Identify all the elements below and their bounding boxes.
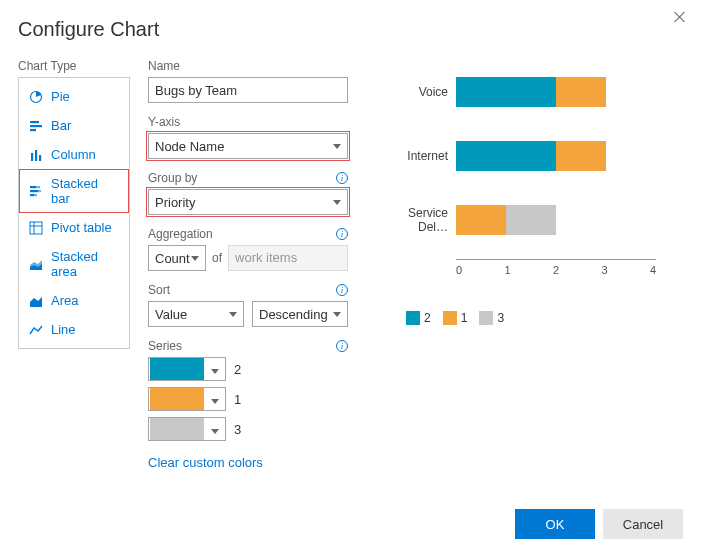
chart-bar <box>456 77 656 107</box>
chevron-down-icon <box>205 422 225 437</box>
agg-label: Aggregation <box>148 227 213 241</box>
svg-rect-8 <box>36 186 40 188</box>
chart-bar-row: Voice <box>386 67 666 117</box>
chart-type-bar[interactable]: Bar <box>19 111 129 140</box>
series-swatch <box>150 358 204 380</box>
chevron-down-icon <box>333 200 341 205</box>
legend-label: 1 <box>461 311 468 325</box>
chart-type-area[interactable]: Area <box>19 286 129 315</box>
chart-type-label: Bar <box>51 118 71 133</box>
chart-type-stacked-bar[interactable]: Stacked bar <box>19 169 129 213</box>
bar-icon <box>29 119 43 133</box>
chart-tick-label: 2 <box>553 264 559 276</box>
chart-type-label: Stacked bar <box>51 176 119 206</box>
svg-rect-7 <box>30 186 36 188</box>
svg-rect-2 <box>30 125 42 127</box>
svg-rect-9 <box>30 190 38 192</box>
chart-bar <box>456 205 656 235</box>
clear-colors-link[interactable]: Clear custom colors <box>148 455 263 470</box>
yaxis-select[interactable]: Node Name <box>148 133 348 159</box>
chart-category-label: Voice <box>386 85 456 99</box>
chevron-down-icon <box>191 256 199 261</box>
chart-type-label: Stacked area <box>51 249 119 279</box>
series-color-select[interactable] <box>148 387 226 411</box>
chart-type-label: Line <box>51 322 76 337</box>
legend-item: 1 <box>443 311 468 325</box>
series-name: 1 <box>234 392 241 407</box>
close-icon[interactable] <box>673 10 687 24</box>
pie-icon <box>29 90 43 104</box>
chart-type-label: Area <box>51 293 78 308</box>
agg-value: Count <box>155 251 190 266</box>
dialog-title: Configure Chart <box>18 18 683 41</box>
chart-type-pivot-table[interactable]: Pivot table <box>19 213 129 242</box>
sort-dir-select[interactable]: Descending <box>252 301 348 327</box>
info-icon[interactable]: i <box>336 340 348 352</box>
group-label: Group by <box>148 171 197 185</box>
svg-rect-1 <box>30 121 39 123</box>
svg-rect-4 <box>31 153 33 161</box>
line-icon <box>29 323 43 337</box>
sort-by-select[interactable]: Value <box>148 301 244 327</box>
legend-label: 3 <box>497 311 504 325</box>
chevron-down-icon <box>205 362 225 377</box>
chart-x-axis: 01234 <box>456 259 656 276</box>
svg-rect-5 <box>35 150 37 161</box>
stacked-bar-icon <box>29 184 43 198</box>
chart-bar-segment <box>506 205 556 235</box>
series-label: Series <box>148 339 182 353</box>
svg-rect-13 <box>30 222 42 234</box>
legend-item: 3 <box>479 311 504 325</box>
chart-type-list: Pie Bar Column <box>18 77 130 349</box>
series-swatch <box>150 418 204 440</box>
agg-field-disabled: work items <box>228 245 348 271</box>
svg-rect-12 <box>34 194 37 196</box>
chart-type-pie[interactable]: Pie <box>19 82 129 111</box>
info-icon[interactable]: i <box>336 172 348 184</box>
yaxis-label: Y-axis <box>148 115 358 129</box>
series-name: 2 <box>234 362 241 377</box>
legend-label: 2 <box>424 311 431 325</box>
chart-bar-segment <box>456 77 556 107</box>
svg-rect-6 <box>39 155 41 161</box>
group-select[interactable]: Priority <box>148 189 348 215</box>
group-value: Priority <box>155 195 195 210</box>
series-color-select[interactable] <box>148 357 226 381</box>
chevron-down-icon <box>205 392 225 407</box>
chevron-down-icon <box>333 312 341 317</box>
chart-tick-label: 1 <box>504 264 510 276</box>
svg-rect-3 <box>30 129 36 131</box>
chart-bar-segment <box>456 205 506 235</box>
chart-type-label: Pie <box>51 89 70 104</box>
agg-of-label: of <box>212 251 222 265</box>
legend-swatch <box>406 311 420 325</box>
chart-tick-label: 3 <box>601 264 607 276</box>
cancel-button[interactable]: Cancel <box>603 509 683 539</box>
chart-type-label: Column <box>51 147 96 162</box>
chart-bar-row: Internet <box>386 131 666 181</box>
info-icon[interactable]: i <box>336 284 348 296</box>
chevron-down-icon <box>229 312 237 317</box>
series-swatch <box>150 388 204 410</box>
chart-type-column[interactable]: Column <box>19 140 129 169</box>
chart-type-stacked-area[interactable]: Stacked area <box>19 242 129 286</box>
svg-rect-10 <box>38 190 41 192</box>
sort-dir-value: Descending <box>259 307 328 322</box>
ok-button[interactable]: OK <box>515 509 595 539</box>
series-color-select[interactable] <box>148 417 226 441</box>
series-row: 1 <box>148 387 358 411</box>
series-row: 3 <box>148 417 358 441</box>
aggregation-select[interactable]: Count <box>148 245 206 271</box>
legend-swatch <box>443 311 457 325</box>
info-icon[interactable]: i <box>336 228 348 240</box>
chart-category-label: Service Del… <box>386 206 456 234</box>
name-input[interactable] <box>148 77 348 103</box>
name-label: Name <box>148 59 358 73</box>
column-icon <box>29 148 43 162</box>
series-row: 2 <box>148 357 358 381</box>
area-icon <box>29 294 43 308</box>
chart-type-line[interactable]: Line <box>19 315 129 344</box>
chart-bar-segment <box>456 141 556 171</box>
chart-bar <box>456 141 656 171</box>
chart-type-label: Pivot table <box>51 220 112 235</box>
